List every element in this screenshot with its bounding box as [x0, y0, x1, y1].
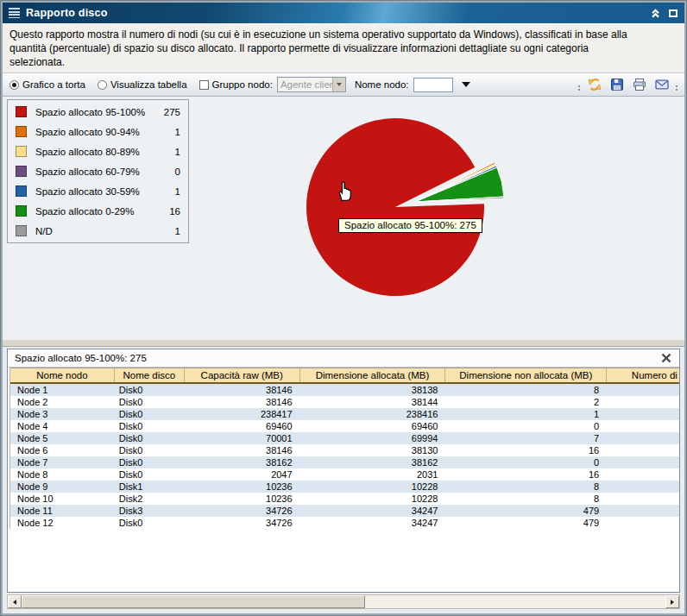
close-button[interactable] — [660, 352, 672, 364]
refresh-icon — [587, 77, 602, 92]
cell-r3-c2: 69460 — [185, 420, 300, 432]
legend-item-2[interactable]: Spazio allocato 80-89%1 — [8, 141, 188, 161]
cell-r7-c5 — [607, 468, 680, 481]
cell-r10-c1: Disk3 — [115, 505, 185, 517]
cell-r0-c0: Node 1 — [10, 384, 115, 396]
save-button[interactable] — [608, 77, 625, 93]
chevron-double-up-icon — [650, 8, 661, 19]
column-header-4[interactable]: Dimensione non allocata (MB) — [445, 368, 607, 382]
legend-swatch — [16, 106, 27, 117]
group-node-label: Gruppo nodo: — [212, 79, 273, 90]
cell-r9-c3: 10228 — [300, 493, 446, 505]
node-name-input[interactable] — [413, 78, 453, 92]
title-bar: Rapporto disco — [3, 3, 684, 23]
cell-r9-c5 — [607, 493, 680, 505]
legend-label: N/D — [35, 226, 175, 236]
legend-item-5[interactable]: Spazio allocato 0-29%16 — [8, 201, 188, 221]
table-row-3[interactable]: Node 4Disk069460694600 — [10, 420, 680, 432]
node-name-label: Nome nodo: — [355, 79, 409, 90]
cell-r3-c5 — [607, 420, 680, 432]
legend-item-6[interactable]: N/D1 — [8, 221, 188, 241]
print-button[interactable] — [631, 77, 647, 93]
legend-label: Spazio allocato 30-59% — [35, 186, 175, 197]
legend-item-1[interactable]: Spazio allocato 90-94%1 — [8, 122, 188, 141]
column-header-0[interactable]: Nome nodo — [10, 368, 115, 382]
collapse-button[interactable] — [650, 8, 661, 19]
cell-r8-c3: 10228 — [300, 481, 446, 493]
cell-r1-c2: 38146 — [185, 396, 300, 408]
cell-r10-c4: 479 — [445, 505, 607, 517]
column-header-3[interactable]: Dimensione allocata (MB) — [300, 368, 446, 382]
window-grip-icon — [9, 8, 20, 18]
cell-r4-c4: 7 — [445, 432, 607, 444]
cell-r5-c0: Node 6 — [10, 444, 115, 456]
cell-r4-c0: Node 5 — [10, 432, 115, 444]
column-header-5[interactable]: Numero di volumi — [607, 368, 680, 382]
column-header-1[interactable]: Nome disco — [115, 368, 185, 382]
splitter-handle[interactable] — [3, 339, 684, 347]
arrow-right-icon — [671, 600, 674, 605]
node-dropdown-icon[interactable] — [462, 82, 470, 87]
bottom-frame — [7, 609, 680, 613]
scrollbar-track[interactable] — [365, 595, 665, 608]
cell-r6-c4: 0 — [445, 456, 607, 468]
detail-panel-header: Spazio allocato 95-100%: 275 — [8, 349, 679, 368]
cell-r4-c3: 69994 — [300, 432, 446, 444]
cell-r3-c1: Disk0 — [115, 420, 185, 432]
scroll-left-button[interactable] — [8, 595, 22, 608]
table-row-5[interactable]: Node 6Disk0381463813016 — [10, 444, 680, 456]
pie-chart-radio-label[interactable]: Grafico a torta — [22, 79, 85, 90]
toolbar-grip-icon-2 — [676, 85, 678, 91]
save-icon — [609, 77, 625, 92]
table-row-7[interactable]: Node 8Disk02047203116 — [10, 468, 680, 481]
description-line-1: Questo rapporto mostra il numero di nodi… — [9, 28, 678, 42]
column-header-2[interactable]: Capacità raw (MB) — [185, 368, 300, 382]
table-view-radio-label[interactable]: Visualizza tabella — [110, 79, 187, 90]
horizontal-scrollbar[interactable] — [7, 594, 680, 609]
mail-icon — [654, 77, 670, 92]
legend-count: 0 — [175, 167, 180, 177]
legend-item-4[interactable]: Spazio allocato 30-59%1 — [8, 181, 188, 201]
email-button[interactable] — [653, 77, 670, 93]
scroll-right-button[interactable] — [665, 595, 679, 608]
cell-r11-c5 — [607, 517, 680, 529]
table-row-2[interactable]: Node 3Disk02384172384161 — [10, 408, 680, 420]
table-view-radio[interactable] — [98, 80, 107, 90]
table-row-4[interactable]: Node 5Disk070001699947 — [10, 432, 680, 444]
pie-slice-0[interactable] — [306, 118, 484, 296]
legend-swatch — [16, 205, 27, 217]
hand-cursor-icon — [335, 179, 352, 202]
print-icon — [632, 77, 647, 92]
maximize-button[interactable] — [667, 8, 678, 19]
slice-tooltip: Spazio allocato 95-100%: 275 — [338, 218, 482, 233]
toolbar-grip-icon — [578, 85, 580, 91]
cell-r0-c4: 8 — [445, 384, 607, 396]
table-row-11[interactable]: Node 12Disk03472634247479 — [10, 517, 680, 529]
table-row-0[interactable]: Node 1Disk038146381388 — [10, 384, 680, 396]
cell-r10-c0: Node 11 — [10, 505, 115, 517]
table-row-6[interactable]: Node 7Disk038162381620 — [10, 456, 680, 468]
pie-chart-radio[interactable] — [9, 80, 19, 90]
cell-r0-c3: 38138 — [300, 384, 446, 396]
cell-r8-c2: 10236 — [185, 481, 300, 493]
detail-panel-area: Spazio allocato 95-100%: 275 Nome nodoNo… — [3, 347, 684, 613]
legend-item-3[interactable]: Spazio allocato 60-79%0 — [8, 161, 188, 181]
agent-select[interactable]: Agente client — [277, 77, 346, 92]
legend-count: 1 — [175, 186, 180, 197]
toolbar: Grafico a torta Visualizza tabella Grupp… — [3, 73, 684, 97]
cell-r2-c3: 238416 — [300, 408, 446, 420]
refresh-button[interactable] — [586, 77, 602, 93]
maximize-icon — [669, 9, 678, 17]
cell-r5-c4: 16 — [445, 444, 607, 456]
legend-label: Spazio allocato 80-89% — [35, 147, 175, 157]
scrollbar-thumb[interactable] — [22, 595, 365, 608]
group-node-checkbox[interactable] — [199, 80, 209, 90]
agent-select-button[interactable] — [332, 78, 345, 91]
table-row-10[interactable]: Node 11Disk33472634247479 — [10, 505, 680, 517]
table-row-9[interactable]: Node 10Disk210236102288 — [10, 493, 680, 505]
table-row-1[interactable]: Node 2Disk038146381442 — [10, 396, 680, 408]
cell-r3-c0: Node 4 — [10, 420, 115, 432]
table-row-8[interactable]: Node 9Disk110236102288 — [10, 481, 680, 493]
legend-swatch — [16, 185, 27, 197]
legend-item-0[interactable]: Spazio allocato 95-100%275 — [8, 102, 188, 122]
